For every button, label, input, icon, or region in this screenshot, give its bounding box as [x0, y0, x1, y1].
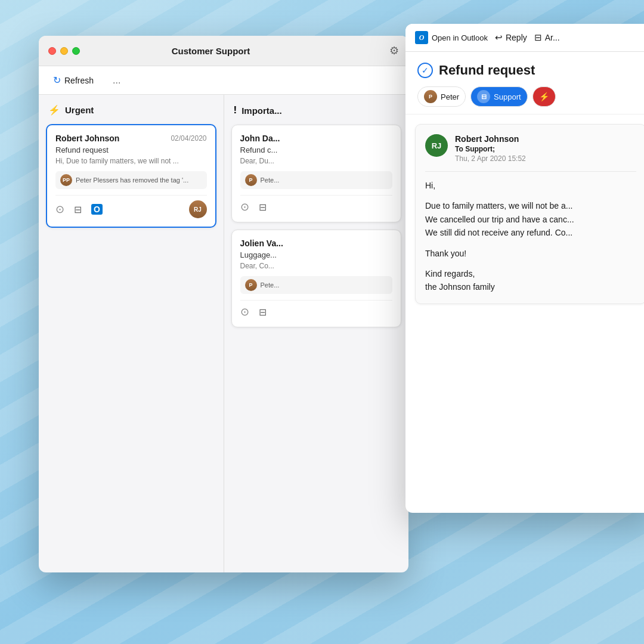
participants-row: P Peter ⊟ Support ⚡ [417, 86, 644, 107]
refresh-button[interactable]: ↻ Refresh [48, 72, 98, 88]
email-card-john[interactable]: John Da... Refund c... Dear, Du... P Pet… [231, 125, 402, 222]
open-in-outlook-button[interactable]: O Open in Outlook [415, 31, 488, 44]
john-tag-text: Pete... [261, 177, 280, 184]
window-title: Customer Support [39, 46, 382, 56]
tag-avatar: PP [60, 174, 72, 186]
urgent-chip-icon: ⚡ [539, 92, 549, 101]
refresh-icon: ↻ [53, 75, 61, 86]
participant-support[interactable]: ⊟ Support [470, 86, 528, 107]
card-avatar-face: RJ [189, 200, 207, 218]
columns-area: ⚡ Urgent Robert Johnson 02/04/2020 Refun… [39, 95, 408, 572]
tag-row: PP Peter Plessers has removed the tag '.… [55, 171, 207, 189]
peter-avatar-face: P [424, 90, 437, 103]
email-subject: Refund request [55, 145, 207, 154]
jolien-tag-text: Pete... [261, 281, 280, 289]
detail-subject: Refund request [439, 63, 535, 78]
refresh-label: Refresh [64, 76, 94, 85]
settings-icon[interactable]: ⚙ [389, 44, 399, 57]
john-complete[interactable]: ⊙ [240, 200, 249, 213]
msg-divider [425, 171, 636, 172]
john-preview: Dear, Du... [240, 157, 393, 165]
card-avatar: RJ [189, 200, 207, 218]
email-card-robert[interactable]: Robert Johnson 02/04/2020 Refund request… [46, 124, 216, 228]
card-header: Robert Johnson 02/04/2020 [55, 134, 207, 143]
sender-name: Robert Johnson [55, 134, 119, 143]
jolien-tag-avatar: P [245, 279, 257, 291]
email-date: 02/04/2020 [171, 134, 206, 143]
tag-text: Peter Plessers has removed the tag '... [76, 177, 188, 184]
jolien-card-actions: ⊙ ⊟ [240, 300, 393, 318]
main-toolbar: ↻ Refresh ... [39, 66, 408, 95]
jolien-tag-row: P Pete... [240, 276, 393, 294]
subject-row: ✓ Refund request [417, 63, 644, 78]
to-recipient: Support; [465, 145, 495, 153]
msg-sender-row: RJ Robert Johnson To Support; Thu, 2 Apr… [425, 134, 636, 163]
msg-to: To Support; [455, 145, 636, 153]
archive-label: Ar... [545, 33, 560, 42]
urgent-column-title: Urgent [65, 105, 94, 115]
msg-line-2-4: Due to family matters, we will not be a.… [425, 199, 636, 239]
email-preview: Hi, Due to family matters, we will not .… [55, 157, 207, 165]
checkmark-icon: ✓ [422, 66, 429, 75]
complete-action[interactable]: ⊙ [55, 203, 64, 216]
support-avatar-icon: ⊟ [481, 93, 487, 101]
msg-avatar-initials: RJ [432, 141, 442, 150]
msg-line-6-7: Kind regards,the Johnson family [425, 267, 636, 294]
outlook-letter: O [419, 33, 425, 42]
archive-button[interactable]: ⊟ Ar... [534, 32, 560, 43]
message-card: RJ Robert Johnson To Support; Thu, 2 Apr… [415, 124, 644, 304]
john-tag-avatar-face: P [245, 174, 257, 186]
peter-avatar: P [424, 90, 437, 103]
john-archive[interactable]: ⊟ [259, 202, 267, 213]
reply-button[interactable]: ↩ Reply [495, 32, 527, 43]
detail-subject-area: ✓ Refund request P Peter ⊟ Support ⚡ [405, 52, 644, 114]
tag-avatar-face: PP [60, 174, 72, 186]
jolien-complete[interactable]: ⊙ [240, 305, 249, 318]
msg-avatar: RJ [425, 134, 448, 157]
msg-line-5: Thank you! [425, 247, 636, 260]
reply-label: Reply [506, 33, 527, 42]
msg-line-1: Hi, [425, 179, 636, 192]
detail-toolbar: O Open in Outlook ↩ Reply ⊟ Ar... [405, 24, 644, 52]
msg-body: Hi, Due to family matters, we will not b… [425, 179, 636, 294]
open-in-outlook-label: Open in Outlook [432, 33, 488, 42]
jolien-subject: Luggage... [240, 250, 393, 259]
more-button[interactable]: ... [108, 73, 125, 88]
outlook-icon: O [415, 31, 428, 44]
important-column: ! Importa... John Da... Refund c... Dear… [224, 95, 409, 572]
support-label: Support [494, 92, 521, 101]
john-tag-row: P Pete... [240, 171, 393, 189]
important-column-title: Importa... [242, 106, 282, 116]
main-window: Customer Support ⚙ ↻ Refresh ... ⚡ Urgen… [39, 36, 408, 572]
card-actions: ⊙ ⊟ O RJ [55, 195, 207, 218]
jolien-archive[interactable]: ⊟ [259, 306, 267, 318]
reply-arrow-icon: ↩ [495, 32, 503, 43]
msg-sender-info: Robert Johnson To Support; Thu, 2 Apr 20… [455, 134, 636, 163]
important-icon: ! [234, 104, 237, 116]
jolien-card-header: Jolien Va... [240, 239, 393, 248]
title-bar: Customer Support ⚙ [39, 36, 408, 66]
urgent-icon: ⚡ [48, 104, 60, 116]
complete-icon[interactable]: ✓ [417, 63, 433, 78]
jolien-tag-avatar-face: P [245, 279, 257, 291]
participant-peter[interactable]: P Peter [417, 86, 466, 107]
archive-icon: ⊟ [534, 32, 542, 43]
to-label: To [455, 145, 463, 153]
john-subject: Refund c... [240, 145, 393, 154]
archive-action[interactable]: ⊟ [74, 204, 82, 215]
peter-label: Peter [441, 92, 459, 101]
msg-date: Thu, 2 Apr 2020 15:52 [455, 154, 636, 163]
john-tag-avatar: P [245, 174, 257, 186]
outlook-action[interactable]: O [91, 204, 103, 215]
john-card-actions: ⊙ ⊟ [240, 195, 393, 213]
email-card-jolien[interactable]: Jolien Va... Luggage... Dear, Co... P Pe… [231, 230, 402, 327]
jolien-preview: Dear, Co... [240, 262, 393, 270]
jolien-sender: Jolien Va... [240, 239, 283, 248]
msg-sender-name: Robert Johnson [455, 134, 636, 144]
important-column-header: ! Importa... [231, 104, 402, 116]
john-card-header: John Da... [240, 134, 393, 143]
john-sender: John Da... [240, 134, 280, 143]
participant-urgent[interactable]: ⚡ [532, 86, 556, 107]
urgent-column: ⚡ Urgent Robert Johnson 02/04/2020 Refun… [39, 95, 224, 572]
detail-panel: O Open in Outlook ↩ Reply ⊟ Ar... ✓ Refu… [405, 24, 644, 513]
